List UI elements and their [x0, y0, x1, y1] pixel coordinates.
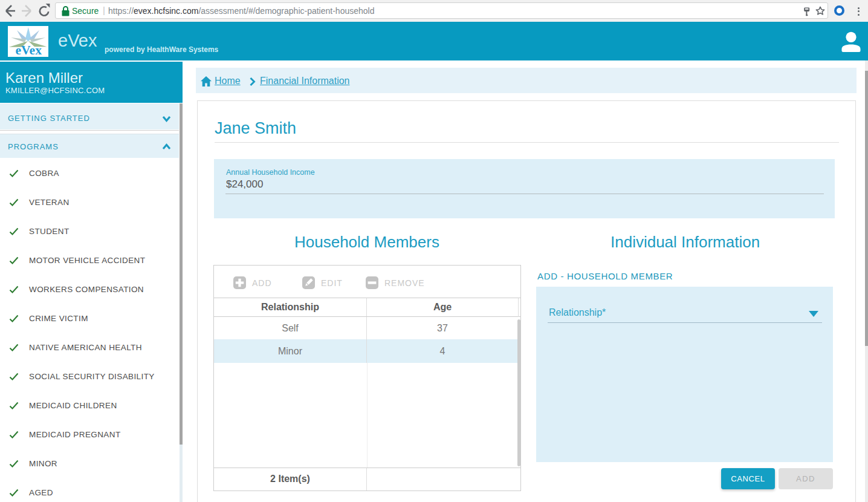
svg-text:eVex: eVex [16, 43, 42, 57]
